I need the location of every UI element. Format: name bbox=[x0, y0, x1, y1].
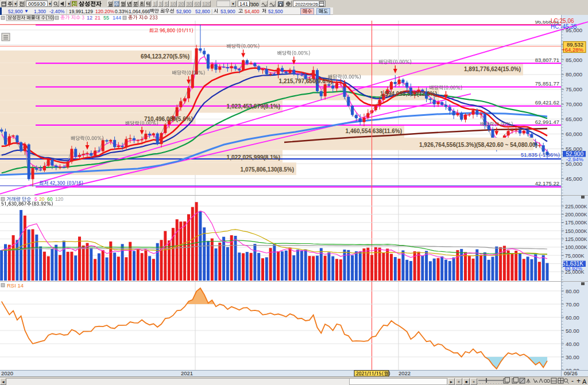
svg-text:60: 60 bbox=[47, 196, 53, 202]
svg-text:62,991.47: 62,991.47 bbox=[535, 119, 559, 125]
svg-text:2021: 2021 bbox=[181, 370, 193, 376]
svg-text:+64,28%: +64,28% bbox=[562, 46, 583, 53]
svg-text:75,000: 75,000 bbox=[566, 86, 582, 92]
svg-text:RSI 14: RSI 14 bbox=[7, 282, 24, 289]
svg-text:55: 55 bbox=[103, 15, 109, 21]
svg-text:1,926,764,556(15.3%)(58,420.60: 1,926,764,556(15.3%)(58,420.60 ~ 54,080.… bbox=[419, 142, 537, 148]
svg-text:-: - bbox=[571, 377, 574, 385]
svg-text:70.00: 70.00 bbox=[566, 301, 579, 308]
svg-text:40.00: 40.00 bbox=[566, 341, 579, 347]
svg-text:70,000: 70,000 bbox=[566, 101, 582, 107]
svg-text:200,000K: 200,000K bbox=[565, 212, 587, 217]
svg-text:51,835 (-1.36%): 51,835 (-1.36%) bbox=[521, 151, 560, 158]
svg-text:2020: 2020 bbox=[1, 370, 13, 376]
svg-text:+: + bbox=[577, 377, 581, 385]
svg-text:20: 20 bbox=[39, 196, 45, 202]
svg-text:1,022,025,999(8.1%): 1,022,025,999(8.1%) bbox=[227, 154, 280, 161]
svg-text:60.00: 60.00 bbox=[566, 314, 579, 321]
svg-text:1,075,806,130(8.5%): 1,075,806,130(8.5%) bbox=[241, 166, 294, 173]
svg-text:1,023,453,879(8.1%): 1,023,453,879(8.1%) bbox=[227, 103, 280, 110]
svg-text:1,891,776,624(15.0%): 1,891,776,624(15.0%) bbox=[464, 66, 521, 72]
svg-text:120: 120 bbox=[55, 196, 63, 202]
svg-text:694,123,270(5.5%): 694,123,270(5.5%) bbox=[141, 53, 189, 60]
svg-text:69,421.62: 69,421.62 bbox=[535, 99, 559, 106]
svg-text:85,000: 85,000 bbox=[566, 57, 582, 63]
svg-text:80,000: 80,000 bbox=[566, 71, 582, 77]
svg-text:65,000: 65,000 bbox=[566, 116, 582, 122]
svg-text:75,000K: 75,000K bbox=[565, 253, 585, 259]
svg-text:225,000K: 225,000K bbox=[565, 204, 587, 209]
svg-text:83.92%: 83.92% bbox=[564, 266, 582, 271]
svg-text:1,594,095,512(12.6%): 1,594,095,512(12.6%) bbox=[380, 91, 437, 97]
svg-text:83,807.71: 83,807.71 bbox=[535, 57, 559, 63]
svg-text:09/26: 09/26 bbox=[564, 370, 578, 376]
svg-text:710,496,089(5.6%): 710,496,089(5.6%) bbox=[144, 116, 193, 122]
svg-text:150,000K: 150,000K bbox=[565, 228, 587, 234]
svg-text:12: 12 bbox=[87, 15, 92, 21]
svg-text:21: 21 bbox=[95, 15, 100, 21]
svg-text:2022: 2022 bbox=[399, 370, 411, 376]
svg-text:5: 5 bbox=[34, 196, 37, 202]
svg-text:75,851.77: 75,851.77 bbox=[535, 80, 559, 87]
svg-text:-2.94%: -2.94% bbox=[566, 156, 584, 162]
svg-text:100,000K: 100,000K bbox=[565, 244, 587, 250]
svg-text:144: 144 bbox=[113, 15, 121, 21]
svg-text:1,215,797,650(9.6%): 1,215,797,650(9.6%) bbox=[279, 78, 332, 84]
svg-text:80.00: 80.00 bbox=[566, 288, 579, 294]
svg-text:1,460,554,638(11.6%): 1,460,554,638(11.6%) bbox=[346, 128, 402, 134]
svg-text:50.00: 50.00 bbox=[566, 328, 579, 334]
svg-text:30.00: 30.00 bbox=[566, 354, 579, 360]
svg-text:45,000: 45,000 bbox=[566, 176, 582, 182]
svg-text:A: A bbox=[582, 378, 587, 385]
svg-text:HC:-45,35: HC:-45,35 bbox=[551, 24, 577, 30]
svg-text:60,000: 60,000 bbox=[566, 131, 582, 137]
svg-text:175,000K: 175,000K bbox=[565, 220, 587, 225]
svg-text:125,000K: 125,000K bbox=[565, 236, 587, 242]
